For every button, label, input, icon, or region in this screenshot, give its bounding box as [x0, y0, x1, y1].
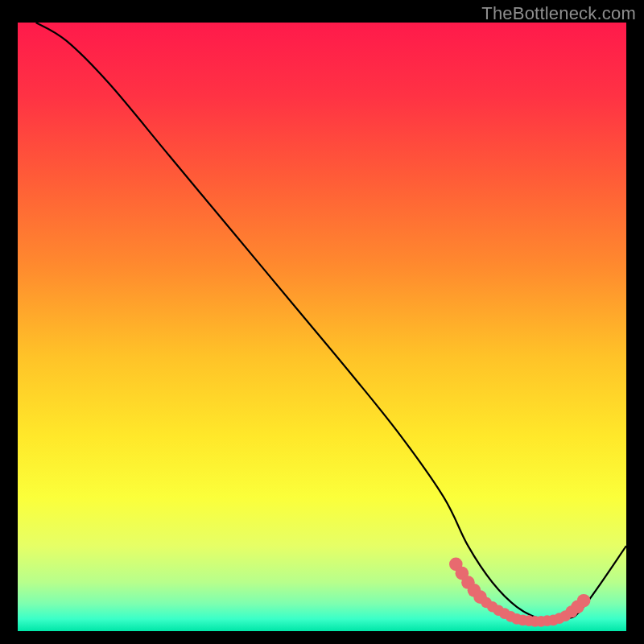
attribution-text: TheBottleneck.com: [481, 3, 636, 24]
chart-stage: TheBottleneck.com: [0, 0, 644, 644]
bottleneck-chart: [0, 0, 644, 644]
gradient-background: [18, 23, 626, 631]
optimal-dot: [577, 594, 591, 608]
